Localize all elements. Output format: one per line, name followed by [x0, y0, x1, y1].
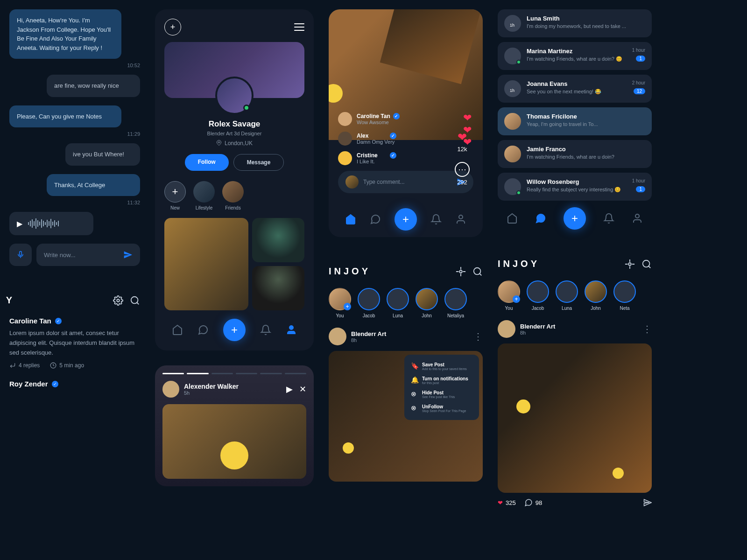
like-button[interactable]: ❤325 [498, 499, 516, 506]
post-avatar[interactable] [498, 320, 515, 338]
profile-icon[interactable] [286, 324, 297, 336]
profile-icon[interactable] [632, 213, 643, 224]
story-friends[interactable]: Friends [222, 181, 244, 210]
story-new[interactable]: +New [164, 181, 186, 210]
comment-button[interactable]: 98 [524, 498, 542, 507]
settings-icon[interactable] [456, 266, 466, 277]
heart-icon: ❤ [498, 499, 503, 506]
avatar: 1h [504, 15, 521, 32]
mic-icon [16, 251, 25, 259]
gallery-item[interactable] [252, 266, 304, 310]
message-row[interactable]: Jamie FrancoI'm watching Friends, what a… [498, 140, 652, 168]
message-input[interactable]: Write now... [36, 244, 140, 266]
voice-message[interactable]: ▶ [9, 212, 93, 235]
svg-point-6 [459, 215, 463, 219]
settings-icon[interactable] [625, 259, 635, 269]
timestamp: 10:52 [9, 63, 140, 68]
menu-hide[interactable]: ⊗Hide PostSee Few post like This [409, 387, 474, 401]
story-you[interactable]: +You [498, 280, 520, 311]
post-media[interactable] [498, 343, 652, 493]
play-icon[interactable]: ▶ [286, 384, 293, 394]
nav-add-button[interactable]: + [395, 208, 417, 231]
svg-point-5 [289, 326, 293, 329]
profile-bio: Blender Art 3d Designer [164, 131, 304, 136]
svg-point-1 [117, 299, 120, 302]
plus-icon: + [164, 181, 186, 203]
message-button[interactable]: Message [233, 154, 284, 171]
comment-count[interactable]: ⋯ 292 [455, 162, 470, 186]
bell-icon[interactable] [603, 213, 614, 224]
post-author[interactable]: Blenderr Art [351, 330, 469, 337]
avatar[interactable] [338, 112, 352, 126]
bell-icon[interactable] [430, 214, 442, 225]
follow-button[interactable]: Follow [185, 154, 229, 171]
message-row[interactable]: 1h Luna SmithI'm doing my homework, but … [498, 9, 652, 37]
verified-icon: ✓ [390, 133, 396, 139]
avatar[interactable] [338, 151, 352, 165]
story-avatar[interactable] [162, 381, 179, 398]
post-avatar[interactable] [329, 328, 346, 345]
share-icon[interactable] [643, 498, 652, 507]
feed-screen: O Y Caroline Tan ✓ Lorem ipsum dolor sit… [9, 295, 140, 399]
comment-input[interactable]: Type comment... [338, 171, 473, 193]
replies-link[interactable]: 4 replies [9, 362, 40, 369]
add-button[interactable]: + [164, 19, 181, 35]
svg-rect-0 [20, 252, 22, 256]
more-icon[interactable]: ⋮ [642, 323, 652, 335]
close-icon[interactable]: ✕ [299, 384, 306, 394]
avatar [504, 146, 521, 162]
menu-save[interactable]: 🔖Save PostAdd to this to your saved item… [409, 359, 474, 373]
story-john[interactable]: John [585, 280, 607, 311]
story-luna[interactable]: Luna [387, 288, 409, 318]
search-icon[interactable] [472, 266, 483, 277]
chat-icon[interactable] [535, 213, 546, 224]
menu-notif[interactable]: 🔔Turn on notificationsfor this post [409, 373, 474, 387]
msg-in: Please, Can you give me Notes [9, 105, 121, 128]
story-luna[interactable]: Luna [556, 280, 578, 311]
reply-icon [9, 362, 16, 369]
story-lifestyle[interactable]: Lifestyle [193, 181, 215, 210]
story-john[interactable]: John [416, 288, 438, 318]
post-author[interactable]: Blenderr Art [520, 323, 638, 330]
story-progress [162, 373, 306, 374]
story-jacob[interactable]: Jacob [358, 288, 380, 318]
message-row[interactable]: 1h Joanna EvansSee you on the next meeti… [498, 75, 652, 103]
message-row[interactable]: Willow RosenbergReally find the subject … [498, 173, 652, 201]
message-row[interactable]: Marina MartinezI'm watching Friends, wha… [498, 42, 652, 70]
send-icon[interactable] [123, 250, 133, 259]
profile-avatar[interactable] [215, 77, 254, 115]
mic-button[interactable] [9, 244, 32, 266]
search-icon[interactable] [130, 295, 140, 306]
chat-icon[interactable] [197, 324, 209, 336]
nav-add-button[interactable]: + [564, 207, 586, 230]
settings-icon[interactable] [113, 295, 123, 306]
story-you[interactable]: +You [329, 288, 351, 318]
story-neta[interactable]: Neta [613, 280, 636, 311]
location-icon [216, 140, 222, 146]
home-icon[interactable] [345, 214, 356, 225]
search-icon[interactable] [641, 259, 652, 269]
nav-add-button[interactable]: + [223, 319, 246, 341]
chat-icon[interactable] [370, 214, 381, 225]
gallery-item[interactable] [252, 218, 304, 262]
story-jacob[interactable]: Jacob [527, 280, 549, 311]
commenter-name[interactable]: Roy Zender [9, 380, 48, 388]
post-media[interactable]: 🔖Save PostAdd to this to your saved item… [329, 351, 483, 482]
menu-button[interactable] [294, 23, 304, 31]
story-content[interactable] [162, 404, 306, 479]
home-icon[interactable] [507, 213, 518, 224]
bell-icon[interactable] [260, 324, 271, 336]
avatar: 1h [504, 80, 521, 97]
profile-icon[interactable] [455, 214, 466, 225]
menu-unfollow[interactable]: ⊗UnFollowStop Seen Post For This Page [409, 401, 474, 415]
commenter-name[interactable]: Caroline Tan [9, 317, 51, 325]
message-row[interactable]: Thomas FriciloneYeap, I'm going to trave… [498, 107, 652, 135]
msg-out: are fine, wow really nice [47, 75, 140, 97]
brand-logo: O Y [0, 295, 15, 306]
avatar [504, 48, 521, 64]
gallery-item[interactable] [164, 218, 248, 310]
more-icon[interactable]: ⋮ [473, 331, 483, 342]
story-netaliya[interactable]: Netaliya [444, 288, 467, 318]
avatar[interactable] [338, 132, 352, 146]
home-icon[interactable] [172, 324, 183, 336]
